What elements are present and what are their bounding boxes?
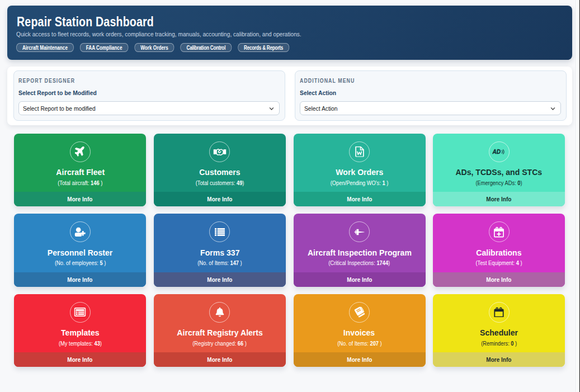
svg-text:AD: AD bbox=[492, 148, 501, 155]
